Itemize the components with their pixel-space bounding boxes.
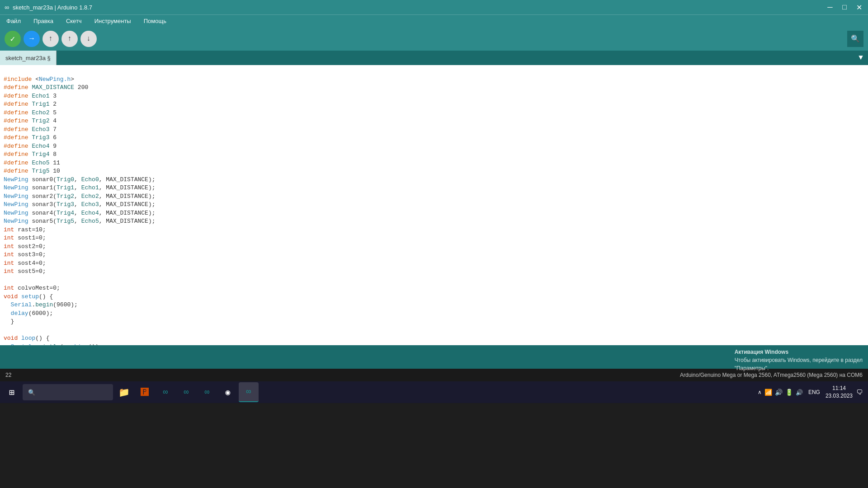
taskbar-search-icon: 🔍 — [28, 389, 35, 396]
close-button[interactable]: ✕ — [854, 3, 863, 12]
search-button[interactable]: 🔍 — [847, 31, 863, 47]
windows-activation: Активация Windows Чтобы активировать Win… — [735, 348, 863, 372]
tray-show-hidden[interactable]: ∧ — [758, 389, 762, 395]
menubar: Файл Правка Скетч Инструменты Помощь — [0, 14, 868, 27]
clock-time: 11:14 — [826, 385, 853, 392]
open-button[interactable]: ↑ — [61, 31, 78, 47]
line-number: 22 — [5, 372, 11, 378]
tab-sketch[interactable]: sketch_mar23a § — [0, 51, 57, 65]
battery-icon[interactable]: 🔋 — [785, 389, 793, 396]
taskbar-arduino-active[interactable]: ∞ — [239, 382, 259, 402]
notification-button[interactable]: 🗨 — [856, 389, 863, 396]
clock[interactable]: 11:14 23.03.2023 — [826, 385, 853, 400]
taskbar-right: ∧ 📶 🔊 🔋 🔊 ENG 11:14 23.03.2023 🗨 — [758, 385, 866, 400]
window-title: sketch_mar23a | Arduino 1.8.7 — [13, 4, 92, 11]
code-content[interactable]: #include <NewPing.h> #define MAX_DISTANC… — [0, 65, 868, 345]
activation-text: Чтобы активировать Windows, перейдите в … — [735, 356, 863, 372]
maximize-button[interactable]: □ — [840, 3, 849, 12]
search-taskbar-button[interactable]: 🔍 — [23, 384, 113, 400]
app-icon: ∞ — [5, 4, 9, 11]
menu-help[interactable]: Помощь — [141, 17, 169, 25]
taskbar-explorer[interactable]: 📁 — [114, 382, 134, 402]
verify-button[interactable]: ✓ — [5, 31, 21, 47]
network-icon[interactable]: 📶 — [764, 389, 772, 396]
save-button[interactable]: ↓ — [80, 31, 97, 47]
volume-icon[interactable]: 🔊 — [796, 389, 803, 396]
menu-tools[interactable]: Инструменты — [92, 17, 134, 25]
taskbar-arduino1[interactable]: ∞ — [156, 382, 175, 402]
toolbar: ✓ → ↑ ↑ ↓ 🔍 — [0, 27, 868, 51]
titlebar: ∞ sketch_mar23a | Arduino 1.8.7 ─ □ ✕ — [0, 0, 868, 14]
taskbar-arduino2[interactable]: ∞ — [176, 382, 196, 402]
minimize-button[interactable]: ─ — [826, 3, 835, 12]
wifi-icon[interactable]: 🔊 — [775, 389, 783, 396]
taskbar-arduino3[interactable]: ∞ — [197, 382, 217, 402]
tabbar: sketch_mar23a § ▼ — [0, 51, 868, 65]
upload-button[interactable]: → — [24, 31, 40, 47]
activation-title: Активация Windows — [735, 348, 863, 356]
system-tray: ∧ 📶 🔊 🔋 🔊 — [758, 389, 803, 396]
tab-label: sketch_mar23a § — [5, 55, 51, 61]
menu-sketch[interactable]: Скетч — [63, 17, 85, 25]
language-indicator[interactable]: ENG — [807, 389, 822, 395]
board-info: Arduino/Genuino Mega or Mega 2560, ATmeg… — [680, 372, 863, 378]
taskbar-powerpoint[interactable]: 🅿 — [135, 382, 155, 402]
editor-area[interactable]: #include <NewPing.h> #define MAX_DISTANC… — [0, 65, 868, 345]
new-button[interactable]: ↑ — [42, 31, 59, 47]
status-area: Активация Windows Чтобы активировать Win… — [0, 345, 868, 369]
clock-date: 23.03.2023 — [826, 392, 853, 400]
taskbar-chrome[interactable]: ◉ — [218, 382, 238, 402]
start-button[interactable]: ⊞ — [2, 382, 22, 402]
tab-dropdown-button[interactable]: ▼ — [854, 51, 868, 65]
taskbar: ⊞ 🔍 📁 🅿 ∞ ∞ ∞ ◉ ∞ ∧ 📶 🔊 🔋 🔊 ENG 11:14 23… — [0, 381, 868, 403]
menu-file[interactable]: Файл — [4, 17, 24, 25]
menu-edit[interactable]: Правка — [31, 17, 56, 25]
